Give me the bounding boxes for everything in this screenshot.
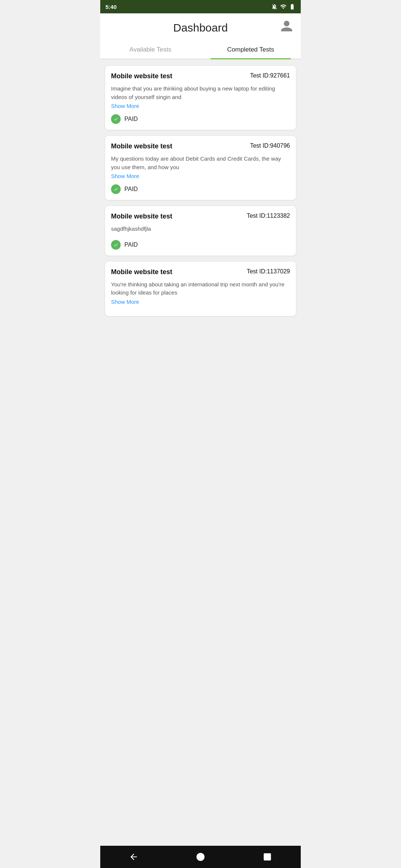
card-test-id: Test ID:1123382 [247,213,290,219]
tab-available-tests[interactable]: Available Tests [100,41,200,59]
content-area: Mobile website test Test ID:927661 Imagi… [100,59,301,868]
recent-apps-icon [263,852,272,862]
test-card-1: Mobile website test Test ID:927661 Imagi… [105,65,296,130]
recent-apps-button[interactable] [263,852,272,862]
bottom-navigation [100,846,301,868]
paid-status-row: PAID [111,184,290,194]
tabs: Available Tests Completed Tests [100,41,301,59]
paid-check-icon [111,114,121,124]
paid-check-icon [111,240,121,250]
status-time: 5:40 [105,4,117,10]
card-test-id: Test ID:927661 [250,72,290,79]
card-test-id: Test ID:940796 [250,142,290,149]
paid-label: PAID [124,116,138,122]
checkmark-icon [113,242,118,247]
paid-label: PAID [124,241,138,248]
svg-rect-1 [264,853,271,861]
user-avatar-icon [280,20,293,33]
back-icon [129,852,138,862]
card-title: Mobile website test [111,268,172,276]
test-card-3: Mobile website test Test ID:1123382 sagd… [105,206,296,256]
checkmark-icon [113,187,118,192]
show-more-button[interactable]: Show More [111,173,139,179]
card-description: sagdfhjkashdfjla [111,225,290,233]
notification-muted-icon [271,3,278,10]
show-more-button[interactable]: Show More [111,103,139,109]
user-profile-button[interactable] [280,20,293,34]
home-circle-icon [196,852,205,862]
card-title: Mobile website test [111,213,172,220]
card-header: Mobile website test Test ID:927661 [111,72,290,80]
page-title: Dashboard [173,22,228,34]
home-button[interactable] [196,852,205,862]
card-title: Mobile website test [111,142,172,150]
paid-status-row: PAID [111,240,290,250]
back-button[interactable] [129,852,138,862]
paid-status-row: PAID [111,114,290,124]
card-header: Mobile website test Test ID:940796 [111,142,290,150]
test-card-4: Mobile website test Test ID:1137029 You'… [105,261,296,316]
card-test-id: Test ID:1137029 [247,268,290,275]
card-description: My questions today are about Debit Cards… [111,155,290,171]
header: Dashboard [100,13,301,41]
status-bar: 5:40 [100,0,301,13]
battery-icon [289,3,296,10]
tab-completed-tests[interactable]: Completed Tests [200,41,301,59]
show-more-button[interactable]: Show More [111,299,139,305]
paid-check-icon [111,184,121,194]
wifi-icon [280,3,287,10]
card-header: Mobile website test Test ID:1137029 [111,268,290,276]
checkmark-icon [113,116,118,122]
card-description: You're thinking about taking an internat… [111,280,290,297]
paid-label: PAID [124,186,138,193]
card-header: Mobile website test Test ID:1123382 [111,213,290,220]
svg-point-0 [196,853,205,861]
status-icons [271,3,296,10]
card-description: Imagine that you are thinking about buyi… [111,85,290,101]
test-card-2: Mobile website test Test ID:940796 My qu… [105,135,296,200]
card-title: Mobile website test [111,72,172,80]
